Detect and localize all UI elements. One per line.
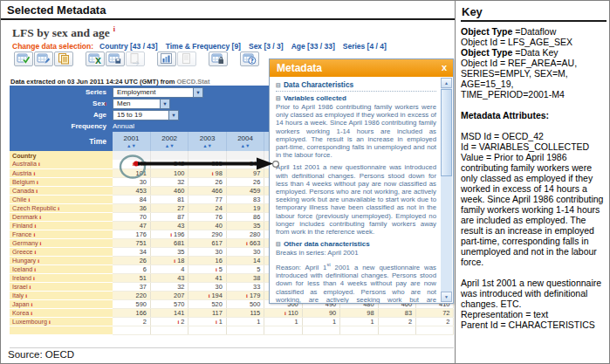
table-lock-button[interactable] [209,52,228,66]
dimension-link[interactable]: Series [4 / 4] [343,42,387,51]
country-info-icon[interactable]: i [31,301,33,307]
country-cell: Iceland i [10,264,113,273]
popup-close-icon[interactable]: x [442,62,447,72]
sex-dropdown[interactable]: Men▼ [113,99,170,109]
country-cell: Israel i [10,282,113,291]
cell-info-icon[interactable]: i [216,266,217,272]
cell-info-icon[interactable]: i [212,170,214,176]
value-cell: 30 [188,247,226,256]
dimension-link[interactable]: Age [33 / 33] [291,42,335,51]
forward-disabled-button[interactable] [126,52,145,66]
series-dropdown[interactable]: Employment▼ [113,87,203,98]
value-cell: 40 [188,221,226,230]
collapse-icon[interactable]: ⊟ [276,241,281,247]
table-check-button[interactable] [14,52,33,66]
cell-info-icon[interactable]: i [170,231,172,237]
value-cell: 72 [416,308,454,317]
scrollbar-thumb[interactable] [441,89,452,176]
value-cell: 30 [188,282,226,291]
value-cell: 207 [150,291,188,299]
value-cell: 617 [188,238,226,247]
dimension-link[interactable]: Country [43 / 43] [99,42,158,51]
value-cell: 30 [226,247,264,256]
collapse-icon[interactable]: ⊟ [276,95,281,101]
copy-table-button[interactable] [54,52,73,66]
age-dropdown[interactable]: 15 to 19▼ [113,110,179,120]
value-cell: 5 [226,264,264,273]
metadata-popup-header[interactable]: Metadatax [270,59,453,77]
popup-section-header[interactable]: ⊟Variables collected [276,94,436,102]
value-cell: i5 [188,264,226,273]
dimension-link[interactable]: Sex [3 / 3] [249,42,284,51]
sort-icons[interactable]: ▲▼ [188,143,225,148]
cell-info-icon[interactable]: i [174,258,175,264]
country-cell: Japan i [10,299,113,308]
cell-info-icon[interactable]: i [216,319,217,325]
popup-section-header[interactable]: ⊟Other data characteristics [276,240,436,248]
sort-icons[interactable]: ▲▼ [151,143,188,148]
value-cell: i346 [113,160,150,168]
dropdown-arrow-icon[interactable]: ▼ [160,100,169,108]
value-cell: 43 [150,221,188,230]
table-check-icon [17,52,31,65]
popup-scrollbar[interactable]: ▲ ▼ [441,78,452,302]
country-info-icon[interactable]: i [58,205,59,211]
bar-chart-button[interactable] [157,52,176,66]
country-info-icon[interactable]: i [33,170,35,176]
country-info-icon[interactable]: i [38,258,39,264]
value-cell: 342 [150,160,188,168]
excel-export-button[interactable]: X [86,52,105,66]
metadata-popup: Metadatax ⊟Data Characteristics⊟Variable… [269,58,454,304]
cell-info-icon[interactable]: i [177,319,179,325]
country-info-icon[interactable]: i [33,231,35,237]
country-info-icon[interactable]: i [31,310,32,316]
scroll-up-icon[interactable]: ▲ [441,78,452,88]
value-cell: 343 [226,160,264,168]
key-line: Metadata Attributes: [461,110,607,120]
key-line: April 1st 2001 a new questionnaire was i… [461,278,607,309]
sheet-disabled-button[interactable] [177,52,196,66]
country-info-icon[interactable]: i [35,223,37,229]
country-info-icon[interactable]: i [37,179,38,185]
dropdown-arrow-icon[interactable]: ▼ [168,111,178,120]
value-cell: 84 [113,195,150,203]
scroll-down-icon[interactable]: ▼ [441,292,452,302]
table-edit-button[interactable] [34,52,53,66]
key-line: Value = Prior to April 1986 contributing… [461,152,607,267]
cell-info-icon[interactable]: i [133,161,134,167]
cell-info-icon[interactable]: i [209,292,210,299]
dropdown-arrow-icon[interactable]: ▼ [193,88,202,97]
sort-icons[interactable]: ▲▼ [113,143,150,148]
country-info-icon[interactable]: i [39,214,41,220]
popup-paragraph: Breaks in series: April 2001 [276,249,436,257]
country-column-header: Country [10,151,113,160]
country-info-icon[interactable]: i [36,188,38,194]
country-info-icon[interactable]: i [34,266,36,272]
table-help-button[interactable]: ? [240,52,259,66]
collapse-icon[interactable]: ⊟ [276,82,281,88]
cell-info-icon[interactable]: i [284,310,286,316]
table-save-icon [108,52,122,65]
value-cell: 37 [113,282,150,291]
cell-info-icon[interactable]: i [246,240,248,246]
country-info-icon[interactable]: i [30,284,31,290]
country-info-icon[interactable]: i [33,275,35,281]
popup-section-header[interactable]: ⊟Data Characteristics [276,80,436,92]
value-cell: 166 [113,308,150,317]
cell-info-icon[interactable]: i [246,292,248,299]
table-save-button[interactable] [106,52,125,66]
country-info-icon[interactable]: i [35,249,37,255]
country-info-icon[interactable]: i [40,240,42,246]
sex-info-icon[interactable]: i [105,101,106,106]
dimension-link[interactable]: Time & Frequency [9] [166,42,241,51]
key-line [461,267,607,278]
sort-icons[interactable]: ▲▼ [227,143,264,148]
key-line: Object Type =Dataflow [461,26,607,37]
dataset-info-icon[interactable]: i [113,25,115,33]
value-cell: 35 [150,247,188,256]
country-cell: Canada i [10,186,113,195]
country-info-icon[interactable]: i [49,319,51,325]
country-info-icon[interactable]: i [28,196,30,203]
country-info-icon[interactable]: i [38,161,40,167]
country-info-icon[interactable]: i [25,292,27,299]
